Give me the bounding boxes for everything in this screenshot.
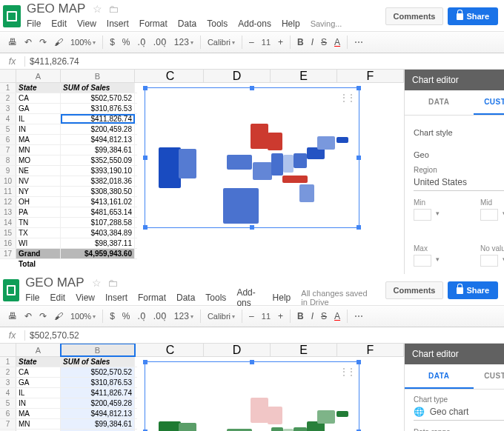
font-size[interactable]: 11 [258, 312, 274, 321]
region-select[interactable]: United States▾ [414, 174, 504, 191]
row-number[interactable]: 7 [0, 145, 16, 155]
resize-handle[interactable] [250, 360, 254, 364]
data-row[interactable]: 7 MN $99,384.61 [0, 145, 137, 156]
cell-value[interactable]: $494,812.13 [61, 409, 135, 418]
formula-bar[interactable]: $502,570.52 [25, 330, 79, 341]
cell-value[interactable]: $200,459.28 [61, 124, 135, 134]
italic-icon[interactable]: I [308, 37, 317, 47]
resize-handle[interactable] [357, 225, 361, 230]
col-B[interactable]: B [61, 344, 135, 356]
cell-state[interactable]: GA [16, 104, 61, 113]
menu-format[interactable]: Format [138, 293, 166, 303]
resize-handle[interactable] [357, 156, 361, 160]
data-row[interactable]: 5 IN $200,459.28 [0, 398, 137, 409]
menu-view[interactable]: View [76, 293, 95, 303]
cell-state[interactable]: TN [16, 218, 61, 227]
tab-customize[interactable]: CUSTOMIZE [474, 364, 505, 389]
data-row[interactable]: 14 TN $107,288.58 [0, 218, 137, 228]
cell-state[interactable]: IN [16, 124, 61, 134]
cell-state[interactable]: CA [16, 367, 61, 377]
col-C[interactable]: C [137, 344, 204, 356]
more-icon[interactable]: ⋯ [351, 311, 367, 321]
cell-state[interactable]: GA [16, 378, 61, 387]
bold-icon[interactable]: B [294, 311, 308, 321]
share-button[interactable]: Share [448, 7, 498, 25]
resize-handle[interactable] [143, 225, 147, 230]
col-B[interactable]: B [61, 70, 135, 82]
row-number[interactable]: 14 [0, 218, 16, 227]
paint-icon[interactable]: 🖌 [50, 37, 67, 47]
menu-file[interactable]: File [27, 19, 41, 29]
sheets-icon[interactable] [3, 279, 19, 301]
data-row[interactable]: 13 PA $481,653.14 [0, 207, 137, 218]
data-row[interactable]: 12 OH $413,161.02 [0, 197, 137, 207]
menu-tools[interactable]: Tools [205, 293, 226, 303]
dec-dec-icon[interactable]: .0̣ [134, 37, 150, 47]
col-C[interactable]: C [137, 70, 204, 82]
row-number[interactable]: 10 [0, 176, 16, 186]
text-color-icon[interactable]: A [331, 311, 344, 321]
undo-icon[interactable]: ↶ [21, 311, 36, 321]
col-A[interactable]: A [16, 70, 61, 82]
menu-help[interactable]: Help [273, 293, 291, 303]
menu-insert[interactable]: Insert [105, 293, 127, 303]
menu-add-ons[interactable]: Add-ons [238, 19, 271, 29]
cell-state[interactable]: IL [16, 388, 61, 398]
col-F[interactable]: F [337, 344, 404, 356]
menu-file[interactable]: File [25, 293, 39, 303]
resize-handle[interactable] [250, 225, 254, 230]
menu-data[interactable]: Data [176, 293, 195, 303]
chart-selection[interactable]: ⋮⋮ [145, 87, 359, 228]
cell-value[interactable]: $310,876.53 [61, 104, 135, 113]
strike-icon[interactable]: S [317, 37, 331, 47]
cell-state[interactable]: TX [16, 228, 61, 238]
cell-state[interactable]: NV [16, 176, 61, 186]
grand-total-row[interactable]: 17 Grand Total $4,959,943.60 [0, 249, 137, 259]
cell-value[interactable]: $310,876.53 [61, 378, 135, 387]
sheets-icon[interactable] [3, 5, 21, 27]
resize-handle[interactable] [250, 86, 254, 90]
zoom-select[interactable]: 100%▾ [67, 312, 99, 321]
col-A[interactable]: A [16, 344, 61, 356]
row-number[interactable]: 3 [0, 104, 16, 113]
italic-icon[interactable]: I [308, 311, 317, 321]
cell-value[interactable]: $308,380.50 [61, 187, 135, 196]
row-number[interactable]: 2 [0, 93, 16, 103]
row-number[interactable]: 8 [0, 156, 16, 165]
currency-icon[interactable]: $ [106, 311, 119, 321]
cell-value[interactable]: $502,570.52 [61, 367, 135, 377]
col-D[interactable]: D [204, 70, 271, 82]
redo-icon[interactable]: ↷ [36, 37, 50, 47]
cell-state[interactable]: MN [16, 419, 61, 429]
data-row[interactable]: 10 NV $382,018.36 [0, 176, 137, 187]
inc-dec-icon[interactable]: .00̣ [150, 311, 170, 321]
menu-edit[interactable]: Edit [50, 293, 65, 303]
mid-color[interactable] [480, 209, 498, 221]
zoom-select[interactable]: 100%▾ [67, 38, 99, 47]
col-F[interactable]: F [337, 70, 404, 82]
cell-state[interactable]: MA [16, 135, 61, 144]
col-D[interactable]: D [204, 344, 271, 356]
resize-handle[interactable] [143, 156, 147, 160]
data-row[interactable]: 6 MA $494,812.13 [0, 135, 137, 145]
menu-format[interactable]: Format [139, 19, 168, 29]
tab-data[interactable]: DATA [405, 90, 474, 115]
cell-state[interactable]: OH [16, 197, 61, 207]
cell-value[interactable]: $382,018.36 [61, 176, 135, 186]
cell-value[interactable]: $481,653.14 [61, 207, 135, 217]
row-number[interactable]: 7 [0, 419, 16, 429]
tab-data[interactable]: DATA [405, 364, 474, 389]
currency-icon[interactable]: $ [106, 37, 119, 47]
menu-add-ons[interactable]: Add-ons [236, 287, 262, 308]
cell-value[interactable]: $393,190.10 [61, 166, 135, 176]
numfmt-select[interactable]: 123▾ [170, 311, 197, 321]
max-color[interactable] [414, 255, 431, 267]
cell-value[interactable]: $411,826.74 [61, 388, 135, 398]
cell-state[interactable]: WI [16, 238, 61, 248]
col-E[interactable]: E [271, 344, 337, 356]
percent-icon[interactable]: % [119, 311, 134, 321]
dec-font-icon[interactable]: – [245, 37, 258, 47]
resize-handle[interactable] [143, 360, 147, 364]
cell-value[interactable]: $107,288.58 [61, 218, 135, 227]
cell-value[interactable]: $200,459.28 [61, 398, 135, 408]
